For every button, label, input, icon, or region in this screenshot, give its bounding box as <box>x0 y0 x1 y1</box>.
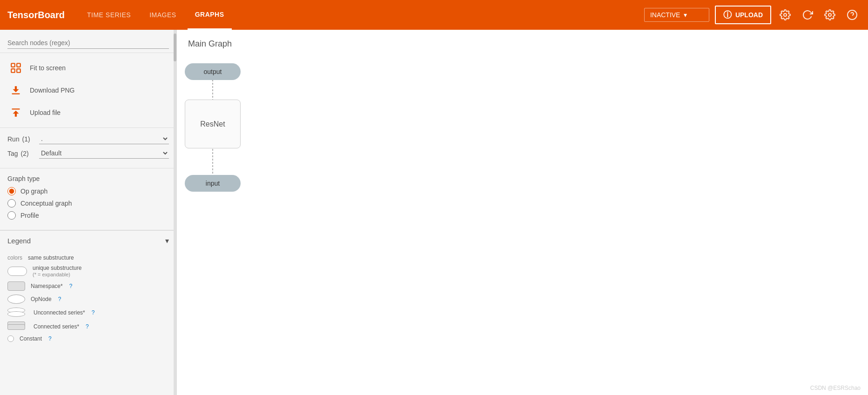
legend-opnode-label: OpNode <box>31 296 52 302</box>
svg-point-1 <box>828 13 831 16</box>
svg-rect-8 <box>12 94 20 94</box>
download-png-label: Download PNG <box>30 87 75 94</box>
nav-images[interactable]: IMAGES <box>142 0 183 30</box>
upload-file-label: Upload file <box>30 109 61 116</box>
upload-button[interactable]: ⓘ UPLOAD <box>715 6 771 24</box>
nav-graphs[interactable]: GRAPHS <box>188 0 232 30</box>
topbar-right: INACTIVE ▾ ⓘ UPLOAD <box>644 6 861 24</box>
profile-radio-row[interactable]: Profile <box>7 211 169 220</box>
graph-title: Main Graph <box>177 30 868 49</box>
legend-opnode-link[interactable]: ? <box>58 296 61 302</box>
tag-label: Tag (2) <box>7 150 35 157</box>
top-nav: TIME SERIES IMAGES GRAPHS <box>80 0 633 30</box>
legend-namespace-icon <box>7 281 25 291</box>
run-tag-selects: Run (1) . Tag (2) Default <box>0 128 176 168</box>
svg-rect-7 <box>17 69 20 73</box>
main-layout: Fit to screen Download PNG <box>0 30 868 395</box>
sidebar-scrollbar[interactable] <box>174 30 176 395</box>
refresh-icon[interactable] <box>799 7 816 23</box>
legend-unique-label: unique substructure (* = expandable) <box>33 265 81 278</box>
fit-to-screen-label: Fit to screen <box>30 64 66 72</box>
legend-collapse-icon: ▾ <box>165 236 169 245</box>
sidebar: Fit to screen Download PNG <box>0 30 177 395</box>
legend-unconnected-icon <box>7 308 28 318</box>
legend-unconnected-link[interactable]: ? <box>92 309 95 316</box>
legend-constant-row: Constant ? <box>7 335 169 342</box>
legend-connected-label: Connected series* <box>34 323 79 330</box>
legend-unconnected-label: Unconnected series* <box>34 309 85 316</box>
op-graph-radio[interactable] <box>7 187 16 195</box>
legend-connected-link[interactable]: ? <box>86 323 89 330</box>
download-icon <box>9 84 22 97</box>
fit-to-screen-button[interactable]: Fit to screen <box>0 57 176 79</box>
legend-title: Legend <box>7 237 31 245</box>
upload-circle-icon: ⓘ <box>723 9 732 20</box>
svg-point-0 <box>784 13 787 16</box>
graph-area[interactable]: Main Graph output ResNet <box>177 30 868 395</box>
help-icon[interactable] <box>844 7 861 23</box>
legend-colors-row: colors same substructure <box>7 254 169 261</box>
legend-header[interactable]: Legend ▾ <box>0 231 176 251</box>
legend-constant-label: Constant <box>20 335 42 342</box>
fit-screen-icon <box>9 61 22 74</box>
legend-colors-label: colors <box>7 254 22 261</box>
profile-label: Profile <box>20 212 39 219</box>
legend-constant-icon <box>7 335 14 342</box>
run-select[interactable]: . <box>39 134 169 144</box>
legend-connected-row: Connected series* ? <box>7 321 169 332</box>
inactive-dropdown[interactable]: INACTIVE ▾ <box>644 8 709 22</box>
settings-outline-icon[interactable] <box>777 7 794 23</box>
graph-type-section: Graph type Op graph Conceptual graph Pro… <box>0 168 176 230</box>
watermark: CSDN @ESRSchao <box>810 385 861 391</box>
tag-select[interactable]: Default <box>39 148 169 159</box>
svg-rect-5 <box>17 63 20 67</box>
conceptual-graph-radio-row[interactable]: Conceptual graph <box>7 199 169 208</box>
brand: TensorBoard <box>7 10 65 20</box>
gear-icon[interactable] <box>821 7 838 23</box>
svg-rect-4 <box>11 63 15 67</box>
legend-namespace-label: Namespace* <box>31 283 63 289</box>
conceptual-graph-radio[interactable] <box>7 199 16 208</box>
op-graph-radio-row[interactable]: Op graph <box>7 187 169 195</box>
legend-unique-icon <box>7 267 27 276</box>
legend-same-substructure: same substructure <box>28 254 74 261</box>
run-row: Run (1) . <box>7 134 169 144</box>
search-input[interactable] <box>7 37 169 49</box>
sidebar-scrollbar-thumb[interactable] <box>174 33 176 61</box>
legend-unconnected-row: Unconnected series* ? <box>7 308 169 318</box>
input-node[interactable]: input <box>185 175 241 192</box>
topbar: TensorBoard TIME SERIES IMAGES GRAPHS IN… <box>0 0 868 30</box>
svg-rect-6 <box>11 69 15 73</box>
legend-unique-row: unique substructure (* = expandable) <box>7 265 169 278</box>
nav-time-series[interactable]: TIME SERIES <box>80 0 138 30</box>
legend-namespace-row: Namespace* ? <box>7 281 169 291</box>
download-png-button[interactable]: Download PNG <box>0 79 176 101</box>
legend-constant-link[interactable]: ? <box>48 335 52 342</box>
legend-content: colors same substructure unique substruc… <box>0 251 176 351</box>
sidebar-actions: Fit to screen Download PNG <box>0 53 176 128</box>
svg-rect-9 <box>12 108 20 109</box>
resnet-node[interactable]: ResNet <box>185 100 241 148</box>
legend-namespace-link[interactable]: ? <box>69 283 73 289</box>
graph-svg <box>177 58 868 395</box>
dropdown-arrow: ▾ <box>684 11 687 19</box>
upload-file-icon <box>9 106 22 119</box>
tag-row: Tag (2) Default <box>7 148 169 159</box>
inactive-label: INACTIVE <box>650 11 680 19</box>
conceptual-graph-label: Conceptual graph <box>20 200 72 207</box>
run-label: Run (1) <box>7 135 35 143</box>
op-graph-label: Op graph <box>20 187 47 195</box>
profile-radio[interactable] <box>7 211 16 220</box>
legend-opnode-row: OpNode ? <box>7 295 169 304</box>
legend-connected-icon <box>7 321 28 332</box>
legend-opnode-icon <box>7 295 25 304</box>
legend-section: Legend ▾ colors same substructure unique… <box>0 230 176 351</box>
graph-canvas: output ResNet input <box>177 58 868 395</box>
graph-type-title: Graph type <box>7 175 169 182</box>
output-node[interactable]: output <box>185 63 241 80</box>
upload-file-button[interactable]: Upload file <box>0 101 176 124</box>
search-section <box>0 30 176 53</box>
